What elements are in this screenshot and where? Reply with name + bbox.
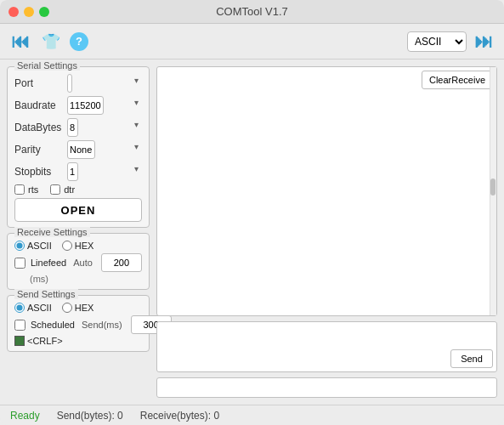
stopbits-select-wrap: 1 2	[67, 162, 142, 181]
linefeed-ms-input[interactable]	[101, 253, 142, 272]
rts-dtr-row: rts dtr	[14, 184, 142, 195]
toolbar: ⏮ 👕 ? ASCII HEX UTF-8 ⏭	[0, 24, 504, 60]
send-hex-item: HEX	[62, 303, 94, 313]
send-hex-radio[interactable]	[62, 303, 72, 313]
receive-ascii-radio[interactable]	[14, 241, 25, 251]
serial-settings-label: Serial Settings	[14, 60, 80, 71]
clear-receive-button[interactable]: ClearReceive	[422, 71, 493, 89]
send-ascii-label: ASCII	[27, 303, 52, 313]
baudrate-row: Baudrate 115200 9600 57600	[14, 96, 142, 115]
rts-checkbox[interactable]	[14, 184, 25, 195]
serial-settings-group: Serial Settings Port Baudrate 115200 960…	[7, 66, 150, 228]
linefeed-ms-label: (ms)	[30, 274, 142, 284]
receive-scrollbar[interactable]	[490, 67, 496, 315]
port-row: Port	[14, 74, 142, 93]
linefeed-label: Linefeed	[31, 258, 66, 268]
nav-back-button[interactable]: ⏮	[8, 30, 32, 54]
toolbar-right: ASCII HEX UTF-8 ⏭	[407, 30, 496, 54]
send-ascii-radio[interactable]	[14, 303, 25, 313]
close-button[interactable]	[8, 7, 19, 17]
stopbits-label: Stopbits	[14, 166, 67, 178]
send-settings-group: Send Settings ASCII HEX Scheduled Send(m…	[7, 295, 150, 352]
send-encoding-row: ASCII HEX	[14, 303, 142, 313]
send-button[interactable]: Send	[450, 349, 493, 368]
parity-row: Parity None Even Odd	[14, 140, 142, 159]
rts-label: rts	[28, 184, 38, 195]
linefeed-checkbox[interactable]	[14, 258, 25, 269]
receive-hex-radio[interactable]	[62, 241, 72, 251]
databytes-row: DataBytes 8 7 6 5	[14, 118, 142, 137]
databytes-label: DataBytes	[14, 122, 67, 133]
receive-settings-group: Receive Settings ASCII HEX Linefeed Auto…	[7, 233, 150, 290]
titlebar: COMTool V1.7	[0, 0, 504, 24]
send-hex-label: HEX	[75, 303, 94, 313]
dtr-label: dtr	[64, 184, 75, 195]
scheduled-send-row: Scheduled Send(ms)	[14, 315, 142, 334]
minimize-button[interactable]	[24, 7, 34, 17]
baudrate-select[interactable]: 115200 9600 57600	[67, 96, 104, 115]
port-select[interactable]	[67, 74, 72, 93]
parity-label: Parity	[14, 144, 67, 156]
left-panel: Serial Settings Port Baudrate 115200 960…	[7, 66, 150, 398]
receive-encoding-row: ASCII HEX	[14, 241, 142, 251]
stopbits-row: Stopbits 1 2	[14, 162, 142, 181]
baudrate-label: Baudrate	[14, 99, 67, 111]
bottom-input[interactable]	[156, 377, 497, 398]
port-select-wrap	[67, 74, 142, 93]
receive-hex-item: HEX	[62, 241, 94, 251]
send-ms-label: Send(ms)	[82, 320, 122, 330]
databytes-select[interactable]: 8 7 6 5	[67, 118, 78, 137]
toolbar-left: ⏮ 👕 ?	[8, 30, 88, 54]
statusbar: Ready Send(bytes): 0 Receive(bytes): 0	[0, 405, 504, 425]
status-send-bytes: Send(bytes): 0	[57, 410, 123, 422]
receive-settings-label: Receive Settings	[14, 227, 90, 237]
traffic-lights	[8, 7, 49, 17]
scheduled-checkbox[interactable]	[14, 320, 25, 331]
receive-ascii-item: ASCII	[14, 241, 52, 251]
send-settings-label: Send Settings	[14, 289, 78, 299]
stopbits-select[interactable]: 1 2	[67, 162, 78, 181]
auto-linefeed-row: Linefeed Auto	[14, 253, 142, 272]
crlf-label: <CRLF>	[27, 336, 63, 346]
status-receive-bytes: Receive(bytes): 0	[140, 410, 219, 422]
encoding-select[interactable]: ASCII HEX UTF-8	[407, 31, 467, 52]
receive-area: ClearReceive	[156, 66, 497, 316]
scheduled-label: Scheduled	[31, 320, 75, 330]
status-ready: Ready	[10, 410, 40, 422]
send-area[interactable]: Send	[156, 321, 497, 372]
parity-select[interactable]: None Even Odd	[67, 140, 95, 159]
auto-label: Auto	[73, 258, 93, 268]
right-panel: ClearReceive Send	[156, 66, 497, 398]
open-port-button[interactable]: OPEN	[14, 198, 142, 222]
port-label: Port	[14, 77, 67, 89]
receive-ascii-label: ASCII	[27, 241, 52, 251]
help-button[interactable]: ?	[70, 32, 88, 51]
dtr-checkbox[interactable]	[50, 184, 60, 195]
send-ascii-item: ASCII	[14, 303, 52, 313]
nav-forward-button[interactable]: ⏭	[472, 30, 496, 54]
baudrate-select-wrap: 115200 9600 57600	[67, 96, 142, 115]
receive-hex-label: HEX	[75, 241, 94, 251]
parity-select-wrap: None Even Odd	[67, 140, 142, 159]
main-content: Serial Settings Port Baudrate 115200 960…	[0, 60, 504, 405]
databytes-select-wrap: 8 7 6 5	[67, 118, 142, 137]
receive-scrollbar-knob	[490, 178, 496, 196]
crlf-row: <CRLF>	[14, 336, 142, 346]
maximize-button[interactable]	[39, 7, 49, 17]
window-title: COMTool V1.7	[216, 5, 288, 18]
theme-button[interactable]: 👕	[39, 30, 63, 54]
crlf-color-indicator	[14, 336, 25, 346]
